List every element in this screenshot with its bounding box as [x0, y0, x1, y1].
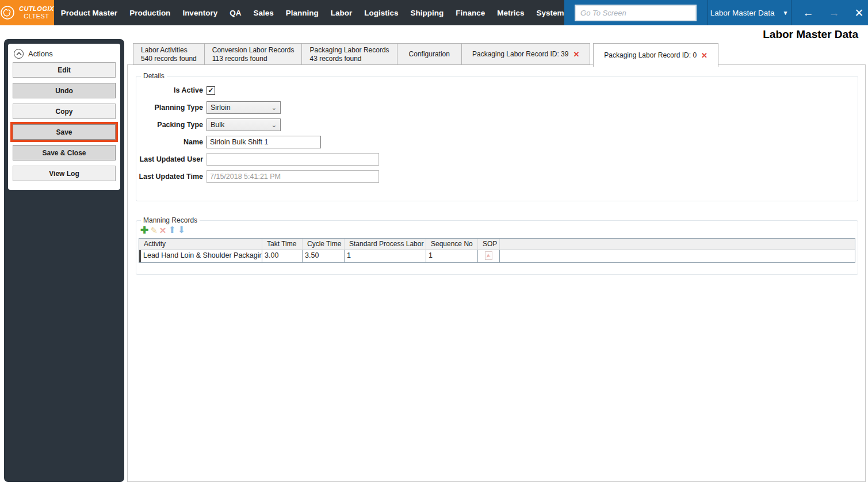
top-navbar: CUTLOGIX CLTEST Product Master Productio… — [0, 0, 868, 25]
details-legend: Details — [141, 72, 167, 80]
packing-type-value: Bulk — [211, 121, 224, 129]
edit-row-icon[interactable]: ✎ — [150, 226, 158, 235]
planning-type-select[interactable]: Sirloin ⌄ — [207, 101, 281, 114]
save-button[interactable]: Save — [13, 124, 116, 140]
move-up-icon[interactable]: ⬆ — [168, 225, 175, 235]
forward-arrow-icon[interactable]: → — [829, 7, 840, 18]
actions-panel: Actions Edit Undo Copy Save Save & Close… — [8, 44, 120, 190]
manning-records-legend: Manning Records — [141, 216, 200, 224]
tab-label: Packaging Labor Record ID: 0 — [604, 51, 697, 60]
cell-standard-process-labor[interactable]: 1 — [345, 250, 426, 262]
close-tab-icon[interactable]: ✕ — [701, 51, 708, 60]
undo-button[interactable]: Undo — [13, 83, 116, 98]
name-label: Name — [136, 138, 203, 146]
menu-labor[interactable]: Labor — [331, 9, 353, 17]
menu-system[interactable]: System — [537, 9, 564, 17]
last-updated-user-label: Last Updated User — [136, 155, 203, 163]
chevron-down-icon: ⌄ — [272, 106, 277, 110]
cell-activity[interactable]: Lead Hand Loin & Shoulder Packaging — [141, 250, 262, 262]
tab-strip: Labor Activities 540 records found Conve… — [133, 43, 718, 67]
move-down-icon[interactable]: ⬇ — [178, 225, 185, 235]
menu-qa[interactable]: QA — [230, 9, 241, 17]
chevron-down-icon: ⌄ — [272, 123, 277, 127]
copy-button[interactable]: Copy — [13, 104, 116, 119]
cell-filler — [500, 250, 855, 262]
menu-metrics[interactable]: Metrics — [497, 9, 524, 17]
menu-planning[interactable]: Planning — [286, 9, 319, 17]
collapse-panel-icon[interactable] — [14, 49, 24, 59]
checkmark-icon: ✓ — [208, 87, 213, 94]
view-log-button[interactable]: View Log — [13, 166, 116, 181]
brand-env: CLTEST — [24, 13, 49, 20]
table-row[interactable]: Lead Hand Loin & Shoulder Packaging 3.00… — [139, 250, 855, 262]
menu-inventory[interactable]: Inventory — [182, 9, 217, 17]
tab-label: Labor Activities — [141, 45, 197, 55]
menu-finance[interactable]: Finance — [456, 9, 485, 17]
screen-selector-value: Labor Master Data — [710, 9, 775, 17]
column-header-cycle-time[interactable]: Cycle Time — [303, 239, 345, 250]
column-header-takt-time[interactable]: Takt Time — [262, 239, 303, 250]
menu-production[interactable]: Production — [129, 9, 170, 17]
screen-selector-dropdown[interactable]: Labor Master Data ▼ — [708, 0, 791, 25]
save-and-close-button[interactable]: Save & Close — [13, 145, 116, 160]
last-updated-user-field[interactable] — [207, 153, 379, 166]
main-menu: Product Master Production Inventory QA S… — [54, 0, 564, 25]
tab-packaging-labor-record-0[interactable]: Packaging Labor Record ID: 0 ✕ — [593, 43, 718, 67]
column-header-sequence-no[interactable]: Sequence No — [426, 239, 478, 250]
is-active-checkbox[interactable]: ✓ — [207, 86, 215, 95]
close-screen-icon[interactable]: ✕ — [855, 7, 864, 18]
app-logo: CUTLOGIX CLTEST — [0, 0, 54, 25]
pdf-document-icon[interactable] — [485, 251, 492, 262]
manning-records-table: Activity Takt Time Cycle Time Standard P… — [139, 238, 855, 263]
tab-label: Conversion Labor Records — [212, 45, 295, 55]
last-updated-time-label: Last Updated Time — [136, 173, 203, 181]
dropdown-caret-icon: ▼ — [782, 10, 788, 16]
details-groupbox: Details Is Active ✓ Planning Type Sirloi… — [136, 76, 858, 201]
cell-cycle-time[interactable]: 3.50 — [303, 250, 345, 262]
brain-logo-icon — [0, 5, 15, 20]
tab-record-count: 540 records found — [141, 55, 197, 63]
name-field[interactable] — [207, 136, 321, 148]
cell-takt-time[interactable]: 3.00 — [262, 250, 303, 262]
column-header-sop[interactable]: SOP — [478, 239, 500, 250]
tab-label: Packaging Labor Record ID: 39 — [472, 49, 568, 59]
cell-sequence-no[interactable]: 1 — [426, 250, 478, 262]
menu-shipping[interactable]: Shipping — [410, 9, 443, 17]
table-header-row: Activity Takt Time Cycle Time Standard P… — [139, 239, 855, 250]
tab-labor-activities[interactable]: Labor Activities 540 records found — [133, 43, 205, 65]
menu-sales[interactable]: Sales — [253, 9, 273, 17]
tab-record-count: 43 records found — [309, 55, 389, 63]
packing-type-select[interactable]: Bulk ⌄ — [207, 118, 281, 131]
actions-sidebar: Actions Edit Undo Copy Save Save & Close… — [4, 39, 124, 482]
column-header-filler — [500, 239, 855, 250]
column-header-activity[interactable]: Activity — [139, 239, 262, 250]
packing-type-label: Packing Type — [136, 121, 203, 129]
tab-configuration[interactable]: Configuration — [397, 43, 462, 65]
go-to-screen-input[interactable] — [575, 5, 697, 21]
cell-sop — [478, 250, 500, 262]
last-updated-time-field — [207, 170, 379, 183]
tab-packaging-labor-record-39[interactable]: Packaging Labor Record ID: 39 ✕ — [462, 43, 590, 65]
close-tab-icon[interactable]: ✕ — [573, 50, 579, 59]
column-header-standard-process-labor[interactable]: Standard Process Labor — [345, 239, 426, 250]
planning-type-value: Sirloin — [211, 104, 231, 112]
tab-conversion-labor-records[interactable]: Conversion Labor Records 113 records fou… — [205, 43, 303, 65]
manning-toolbar: ✚ ✎ ✕ ⬆ ⬇ — [136, 221, 858, 236]
tab-label: Packaging Labor Records — [309, 45, 389, 55]
page-title: Labor Master Data — [763, 28, 858, 41]
is-active-label: Is Active — [136, 86, 203, 94]
delete-row-icon[interactable]: ✕ — [159, 226, 167, 235]
back-arrow-icon[interactable]: ← — [803, 7, 814, 18]
tab-packaging-labor-records[interactable]: Packaging Labor Records 43 records found — [302, 43, 397, 65]
content-panel: Details Is Active ✓ Planning Type Sirloi… — [127, 64, 866, 482]
menu-product-master[interactable]: Product Master — [61, 9, 117, 17]
tab-record-count: 113 records found — [212, 55, 295, 63]
edit-button[interactable]: Edit — [13, 62, 116, 78]
add-row-icon[interactable]: ✚ — [140, 225, 148, 235]
brand-name: CUTLOGIX — [19, 5, 54, 13]
menu-logistics[interactable]: Logistics — [364, 9, 398, 17]
manning-records-groupbox: Manning Records ✚ ✎ ✕ ⬆ ⬇ Activity Takt … — [136, 220, 858, 275]
tab-label: Configuration — [409, 49, 450, 59]
planning-type-label: Planning Type — [136, 104, 203, 112]
actions-panel-title: Actions — [28, 49, 53, 58]
